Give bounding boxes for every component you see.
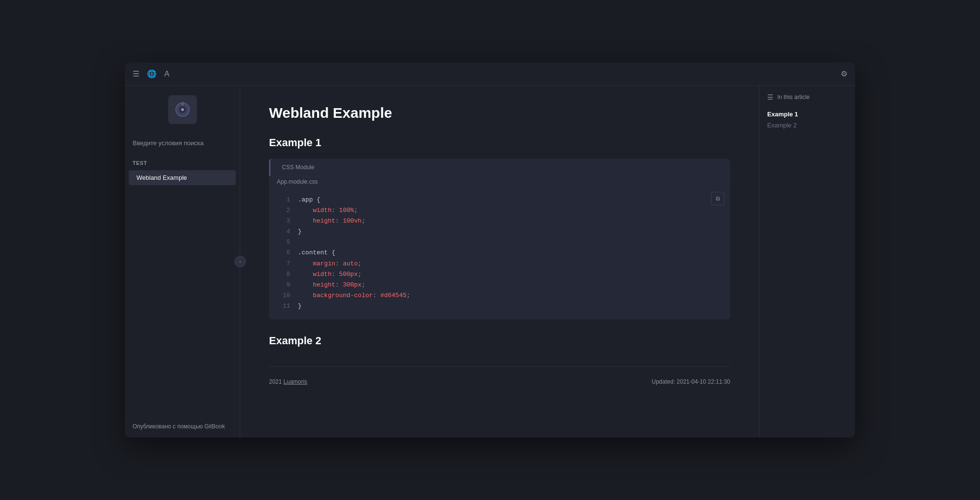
svg-point-2 bbox=[181, 108, 184, 111]
toc-header-label: In this article bbox=[777, 94, 809, 100]
toc-header: ☰ In this article bbox=[767, 93, 847, 101]
chevron-left-icon: ‹ bbox=[239, 259, 241, 264]
code-line-7: 7 margin: auto; bbox=[269, 259, 730, 269]
logo-box bbox=[168, 95, 197, 124]
copy-button[interactable]: ⧉ bbox=[711, 192, 724, 205]
code-block: ⧉ 1 .app { 2 width: 100%; 3 height: 100v… bbox=[269, 187, 730, 319]
menu-icon[interactable]: ☰ bbox=[133, 69, 139, 78]
settings-icon[interactable]: ⚙ bbox=[841, 70, 847, 78]
topbar-right: ⚙ bbox=[841, 69, 847, 78]
toc-panel: ☰ In this article Example 1 Example 2 bbox=[759, 86, 855, 438]
footer-right: Updated: 2021-04-10 22:11:30 bbox=[652, 378, 730, 385]
footer: 2021 Luamoris Updated: 2021-04-10 22:11:… bbox=[269, 366, 730, 385]
code-filename-bar: App.module.css bbox=[269, 176, 730, 187]
code-line-10: 10 background-color: #d64545; bbox=[269, 290, 730, 301]
text-size-icon[interactable]: A bbox=[164, 70, 170, 78]
sidebar-collapse-button[interactable]: ‹ bbox=[234, 256, 246, 267]
sidebar-section-label: TEST bbox=[125, 156, 240, 170]
page-title: Webland Example bbox=[269, 105, 730, 121]
footer-updated-label: Updated: bbox=[652, 378, 675, 385]
topbar: ☰ 🌐 A ⚙ bbox=[125, 62, 855, 86]
footer-author-link[interactable]: Luamoris bbox=[283, 378, 307, 385]
example2-heading: Example 2 bbox=[269, 335, 730, 347]
footer-year: 2021 bbox=[269, 378, 282, 385]
toc-item-example2[interactable]: Example 2 bbox=[767, 120, 847, 131]
toc-list-icon: ☰ bbox=[767, 93, 773, 101]
code-container: CSS Module App.module.css ⧉ 1 .app { 2 w… bbox=[269, 159, 730, 319]
topbar-left: ☰ 🌐 A bbox=[133, 69, 170, 78]
code-tab-bar: CSS Module bbox=[269, 159, 730, 176]
search-input[interactable] bbox=[133, 138, 232, 149]
footer-left: 2021 Luamoris bbox=[269, 378, 307, 385]
toc-item-example1[interactable]: Example 1 bbox=[767, 109, 847, 120]
code-line-8: 8 width: 500px; bbox=[269, 269, 730, 280]
main-layout: TEST Webland Example Опубликовано с помо… bbox=[125, 86, 855, 438]
code-line-11: 11 } bbox=[269, 301, 730, 312]
sidebar-wrapper: TEST Webland Example Опубликовано с помо… bbox=[125, 86, 240, 438]
globe-icon[interactable]: 🌐 bbox=[147, 69, 157, 78]
code-line-5: 5 bbox=[269, 237, 730, 248]
sidebar-logo bbox=[125, 86, 240, 134]
logo-icon bbox=[174, 101, 191, 118]
content-area: Webland Example Example 1 CSS Module App… bbox=[240, 86, 759, 438]
sidebar-item-webland-example[interactable]: Webland Example bbox=[129, 170, 236, 185]
footer-updated-date: 2021-04-10 22:11:30 bbox=[677, 378, 730, 385]
sidebar-footer-gitbook[interactable]: Опубликовано с помощью GitBook bbox=[125, 415, 240, 438]
code-line-3: 3 height: 100vh; bbox=[269, 216, 730, 226]
app-window: ☰ 🌐 A ⚙ bbox=[125, 62, 855, 438]
code-line-4: 4 } bbox=[269, 226, 730, 237]
svg-rect-3 bbox=[182, 102, 184, 106]
copy-icon: ⧉ bbox=[716, 195, 720, 202]
code-line-2: 2 width: 100%; bbox=[269, 205, 730, 216]
sidebar: TEST Webland Example Опубликовано с помо… bbox=[125, 86, 240, 438]
code-line-6: 6 .content { bbox=[269, 248, 730, 258]
code-tab-label: CSS Module bbox=[278, 164, 318, 171]
code-line-1: 1 .app { bbox=[269, 195, 730, 205]
example1-heading: Example 1 bbox=[269, 137, 730, 149]
sidebar-search[interactable] bbox=[125, 134, 240, 156]
code-line-9: 9 height: 300px; bbox=[269, 280, 730, 290]
